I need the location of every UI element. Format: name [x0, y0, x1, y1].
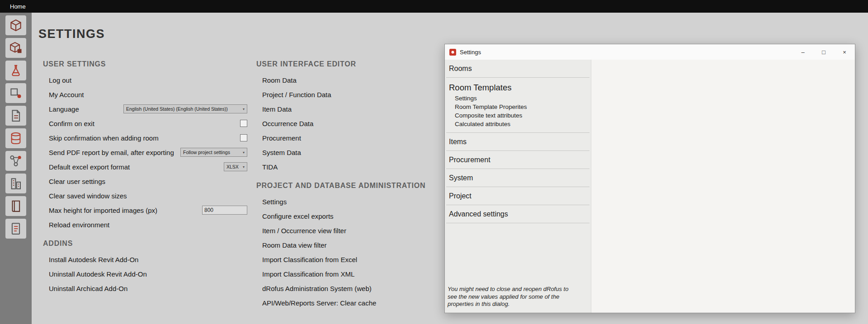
import-classification-excel-link[interactable]: Import Classification from Excel — [262, 256, 357, 263]
nav-item-rooms[interactable]: Rooms — [449, 64, 586, 73]
item-occurrence-view-filter-link[interactable]: Item / Occurrence view filter — [262, 227, 346, 235]
tida-link[interactable]: TIDA — [262, 163, 278, 171]
dialog-title: Settings — [460, 49, 481, 56]
settings-row: Confirm on exit — [43, 116, 247, 131]
nav-item-items[interactable]: Items — [449, 137, 586, 146]
nav-group: Project — [446, 187, 590, 205]
max-image-height-input[interactable] — [202, 206, 247, 215]
close-button[interactable]: × — [834, 44, 855, 60]
settings-row: Reload environment — [43, 217, 247, 232]
nav-group: Advanced settings — [446, 205, 590, 223]
nav-subitem-composite-text-attributes[interactable]: Composite text attributes — [449, 111, 586, 120]
settings-row: Uninstall Autodesk Revit Add-On — [43, 267, 247, 281]
nav-subitem-settings[interactable]: Settings — [449, 94, 586, 103]
chevron-down-icon: ▾ — [241, 150, 245, 155]
nav-subitems: Settings Room Template Properites Compos… — [449, 94, 586, 128]
settings-row: Install Autodesk Revit Add-On — [43, 252, 247, 267]
home-tab[interactable]: Home — [0, 0, 36, 13]
catalog-module-icon[interactable] — [5, 196, 26, 216]
nav-group: Room Templates Settings Room Template Pr… — [446, 78, 590, 133]
item-data-link[interactable]: Item Data — [262, 105, 292, 113]
settings-row: Language English (United States) (Englis… — [43, 102, 247, 116]
workflow-module-icon[interactable] — [5, 151, 26, 171]
module-sidebar — [0, 13, 32, 324]
maximize-button[interactable]: □ — [813, 44, 834, 60]
skip-confirmation-checkbox[interactable] — [240, 134, 247, 141]
rooms-module-icon[interactable] — [5, 15, 26, 35]
database-module-icon[interactable] — [5, 128, 26, 148]
settings-row: Item Data — [256, 102, 469, 116]
settings-column-left: USER SETTINGS Log out My Account Languag… — [43, 60, 247, 296]
buildings-module-icon[interactable] — [5, 174, 26, 193]
install-revit-addon-link[interactable]: Install Autodesk Revit Add-On — [49, 256, 138, 263]
settings-row: Default excel export format XLSX ▾ — [43, 160, 247, 174]
nav-item-system[interactable]: System — [449, 173, 586, 183]
settings-row: My Account — [43, 87, 247, 102]
reports-module-icon[interactable] — [5, 219, 26, 239]
settings-row: Settings — [256, 194, 469, 209]
clear-cache-link[interactable]: API/Web/Reports Server: Clear cache — [262, 299, 376, 307]
admin-settings-link[interactable]: Settings — [262, 198, 287, 206]
documents-module-icon[interactable] — [5, 106, 26, 126]
settings-row: Clear saved window sizes — [43, 188, 247, 203]
nav-item-advanced-settings[interactable]: Advanced settings — [449, 209, 586, 219]
room-data-link[interactable]: Room Data — [262, 76, 297, 84]
drofus-admin-system-link[interactable]: dRofus Administration System (web) — [262, 285, 372, 292]
nav-group: System — [446, 169, 590, 187]
settings-row: Import Classification from XML — [256, 267, 469, 281]
settings-row: TIDA — [256, 160, 469, 174]
import-classification-xml-link[interactable]: Import Classification from XML — [262, 270, 354, 278]
nav-item-project[interactable]: Project — [449, 191, 586, 201]
nav-subitem-room-template-properties[interactable]: Room Template Properites — [449, 103, 586, 111]
nav-group: Items — [446, 133, 590, 151]
settings-column-right: USER INTERFACE EDITOR Room Data Project … — [256, 60, 469, 310]
nav-item-procurement[interactable]: Procurement — [449, 155, 586, 164]
send-pdf-select[interactable]: Follow project settings ▾ — [180, 148, 247, 157]
lab-flask-module-icon[interactable] — [5, 61, 26, 80]
addins-heading: ADDINS — [43, 239, 247, 248]
clear-window-sizes-link[interactable]: Clear saved window sizes — [49, 192, 127, 200]
chevron-down-icon: ▾ — [241, 165, 245, 169]
dialog-restart-note: You might need to close and reopen dRofu… — [448, 286, 575, 308]
minimize-button[interactable]: – — [793, 44, 813, 60]
settings-row: Project / Function Data — [256, 87, 469, 102]
confirm-on-exit-label: Confirm on exit — [49, 120, 94, 127]
confirm-on-exit-checkbox[interactable] — [240, 120, 247, 127]
settings-row: API/Web/Reports Server: Clear cache — [256, 296, 469, 310]
send-pdf-select-value: Follow project settings — [183, 150, 241, 155]
uninstall-revit-addon-link[interactable]: Uninstall Autodesk Revit Add-On — [49, 270, 147, 278]
nav-item-room-templates[interactable]: Room Templates — [449, 82, 586, 93]
excel-format-select[interactable]: XLSX ▾ — [224, 162, 247, 171]
system-data-link[interactable]: System Data — [262, 149, 301, 156]
procurement-link[interactable]: Procurement — [262, 134, 301, 142]
settings-row: Log out — [43, 73, 247, 87]
my-account-link[interactable]: My Account — [49, 91, 84, 99]
send-pdf-label: Send PDF report by email, after exportin… — [49, 149, 174, 156]
configure-excel-exports-link[interactable]: Configure excel exports — [262, 212, 334, 220]
dialog-titlebar[interactable]: Settings – □ × — [445, 44, 855, 60]
top-bar: Home — [0, 0, 868, 13]
ui-editor-heading: USER INTERFACE EDITOR — [256, 60, 469, 69]
occurrence-data-link[interactable]: Occurrence Data — [262, 120, 313, 127]
items-module-icon[interactable] — [5, 83, 26, 103]
settings-row: Max height for imported images (px) — [43, 203, 247, 217]
settings-row: Room Data — [256, 73, 469, 87]
project-function-data-link[interactable]: Project / Function Data — [262, 91, 331, 99]
dialog-content-pane — [591, 60, 855, 313]
logout-link[interactable]: Log out — [49, 76, 71, 84]
settings-row: Clear user settings — [43, 174, 247, 188]
reload-environment-link[interactable]: Reload environment — [49, 221, 109, 229]
clear-user-settings-link[interactable]: Clear user settings — [49, 178, 105, 185]
uninstall-archicad-addon-link[interactable]: Uninstall Archicad Add-On — [49, 285, 127, 292]
drofus-logo-icon — [449, 49, 456, 56]
excel-format-label: Default excel export format — [49, 163, 130, 171]
chevron-down-icon: ▾ — [241, 107, 245, 111]
language-select[interactable]: English (United States) (English (United… — [123, 104, 247, 113]
dialog-body: Rooms Room Templates Settings Room Templ… — [445, 60, 855, 313]
settings-row: Procurement — [256, 131, 469, 145]
nav-subitem-calculated-attributes[interactable]: Calculated attributes — [449, 120, 586, 128]
room-templates-module-icon[interactable] — [5, 38, 26, 58]
settings-row: Room Data view filter — [256, 238, 469, 252]
room-data-view-filter-link[interactable]: Room Data view filter — [262, 241, 327, 249]
settings-row: Send PDF report by email, after exportin… — [43, 145, 247, 160]
